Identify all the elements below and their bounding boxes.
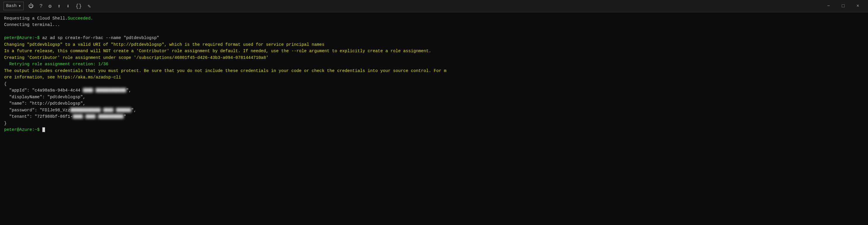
close-button[interactable]: × — [851, 2, 865, 10]
window-controls: − □ × — [822, 2, 865, 10]
minimize-button[interactable]: − — [822, 2, 835, 10]
bash-dropdown[interactable]: Bash ▾ — [3, 2, 24, 10]
download-icon[interactable]: ⬇ — [67, 3, 70, 9]
terminal-line-16: "tenant": "72f988bf-86f1-████ ████ █████… — [4, 113, 864, 120]
maximize-button[interactable]: □ — [836, 2, 850, 10]
terminal-line-7: Creating 'Contributor' role assignment u… — [4, 54, 864, 61]
code-icon[interactable]: {} — [75, 3, 82, 9]
settings-icon[interactable]: ⚙ — [49, 3, 52, 9]
terminal-line-13: "displayName": "pdtdevblogsp", — [4, 94, 864, 100]
terminal-line-4: peter@Azure:~$ az ad sp create-for-rbac … — [4, 35, 864, 41]
terminal-line-12: "appId": "c4a98a9a-94b4-4c44 ████ ██████… — [4, 87, 864, 93]
terminal-line-2: Connecting terminal... — [4, 22, 864, 28]
terminal-line-17: } — [4, 120, 864, 126]
terminal-line-1: Requesting a Cloud Shell.Succeeded. — [4, 15, 864, 22]
terminal-line-15: "password": "FDlJe98_Vzz████████████ ███… — [4, 107, 864, 113]
terminal[interactable]: Requesting a Cloud Shell.Succeeded. Conn… — [0, 12, 868, 225]
terminal-line-11: { — [4, 81, 864, 87]
titlebar: Bash ▾ ⏻ ? ⚙ ⬆ ⬇ {} ✎ − □ × — [0, 0, 868, 12]
power-icon[interactable]: ⏻ — [28, 3, 34, 9]
upload-icon[interactable]: ⬆ — [58, 3, 61, 9]
terminal-line-9: The output includes credentials that you… — [4, 68, 864, 74]
help-icon[interactable]: ? — [39, 3, 43, 9]
terminal-line-blank — [4, 28, 864, 35]
terminal-line-10: ore information, see https://aka.ms/azad… — [4, 74, 864, 80]
terminal-line-14: "name": "http://pdtdevblogsp", — [4, 100, 864, 107]
titlebar-left: Bash ▾ ⏻ ? ⚙ ⬆ ⬇ {} ✎ — [3, 2, 91, 10]
terminal-line-6: In a future release, this command will N… — [4, 48, 864, 54]
terminal-line-8: Retrying role assignment creation: 1/36 — [4, 61, 864, 67]
editor-icon[interactable]: ✎ — [88, 3, 91, 9]
bash-label: Bash — [6, 3, 17, 8]
terminal-line-18: peter@Azure:~$ — [4, 126, 864, 133]
titlebar-icons: ⏻ ? ⚙ ⬆ ⬇ {} ✎ — [28, 3, 91, 9]
terminal-line-5: Changing "pdtdevblogsp" to a valid URI o… — [4, 41, 864, 48]
dropdown-arrow-icon: ▾ — [19, 3, 21, 9]
